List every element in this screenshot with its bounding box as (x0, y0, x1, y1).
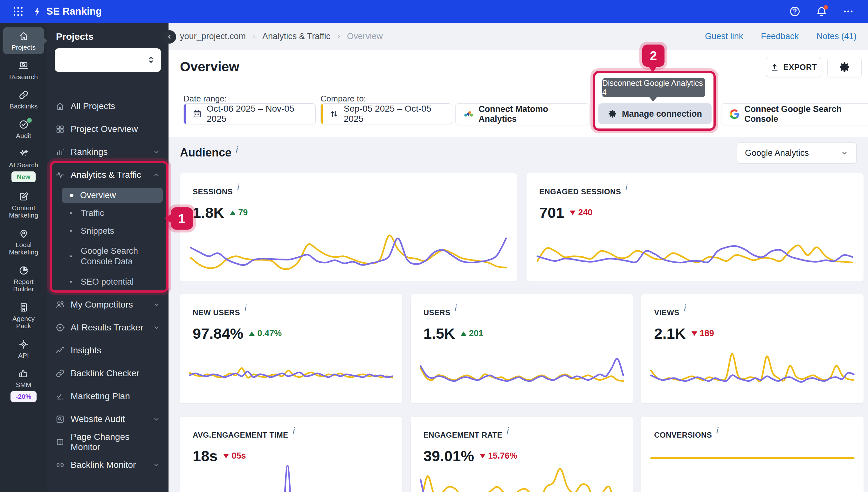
connect-gsc-button[interactable]: Connect Google Search Console (721, 103, 868, 125)
sidebar-item-my-competitors[interactable]: My Competitors (47, 293, 169, 316)
rail-item-smm[interactable]: SMM -20% (3, 365, 44, 405)
manage-connection-button[interactable]: Manage connection (598, 103, 712, 124)
notes-link[interactable]: Notes (41) (816, 31, 857, 41)
rail-label: AI Search (9, 161, 38, 169)
delta-triangle-icon (692, 331, 697, 336)
chevron-down-icon (153, 148, 160, 156)
chevron-down-icon (153, 301, 160, 309)
delta-triangle-icon (230, 211, 236, 215)
backlinks-icon (19, 90, 29, 100)
chevron-down-icon (153, 324, 160, 331)
rail-label: SMM (16, 381, 31, 389)
brand[interactable]: SE Ranking (32, 6, 102, 17)
se-ranking-app: SE Ranking Projects Research Backlinks A… (0, 0, 868, 492)
accent-bar (321, 104, 323, 124)
rail-item-audit[interactable]: Audit (3, 116, 44, 143)
notifications-bell-icon[interactable] (816, 6, 827, 17)
submenu-label: Google Search Console Data (81, 246, 163, 267)
export-button[interactable]: EXPORT (766, 57, 821, 77)
sidebar-item-analytics-traffic[interactable]: Analytics & Traffic (47, 164, 169, 187)
info-icon[interactable] (292, 426, 296, 435)
metric-label: ENGAGEMENT RATE (424, 426, 620, 440)
help-icon[interactable] (789, 6, 800, 17)
guest-link[interactable]: Guest link (705, 31, 743, 41)
sidebar-collapse-button[interactable] (163, 30, 176, 44)
info-icon[interactable] (506, 426, 510, 435)
rail-item-research[interactable]: Research (3, 57, 44, 84)
breadcrumb-project[interactable]: your_project.com (180, 31, 246, 41)
rail-item-ai-search[interactable]: AI Search New (3, 145, 44, 185)
sidebar-item-website-audit[interactable]: Website Audit (47, 408, 169, 430)
info-icon[interactable] (236, 183, 240, 191)
chain-icon (55, 460, 65, 470)
audience-title: Audience (180, 145, 239, 159)
delta-triangle-icon (480, 454, 486, 458)
project-selector[interactable] (55, 48, 161, 72)
metric-value: 701 (539, 204, 564, 221)
upload-icon (770, 63, 779, 72)
delta-triangle-icon (249, 331, 255, 336)
sidebar-item-all-projects[interactable]: All Projects (47, 95, 169, 118)
analytics-source-select[interactable]: Google Analytics (737, 143, 857, 164)
target-icon (55, 323, 65, 333)
ai-search-icon (19, 149, 29, 159)
metric-label: NEW USERS (193, 304, 389, 317)
info-icon[interactable] (716, 426, 719, 435)
connect-matomo-button[interactable]: Connect Matomo Analytics (455, 103, 589, 125)
rail-label: Backlinks (9, 102, 38, 110)
chevron-right-icon (335, 33, 342, 40)
submenu-item-gsc-data[interactable]: Google Search Console Data (47, 240, 169, 273)
breadcrumb-section[interactable]: Analytics & Traffic (262, 31, 330, 41)
sidebar-item-project-overview[interactable]: Project Overview (47, 118, 169, 141)
link-icon (55, 369, 65, 378)
settings-button[interactable] (827, 57, 862, 77)
bullet-icon (70, 230, 72, 232)
date-range-picker[interactable]: Oct-06 2025 – Nov-05 2025 (183, 103, 316, 124)
api-icon (19, 339, 29, 349)
metric-card-engaged-sessions: ENGAGED SESSIONS 701 240 (527, 173, 864, 281)
delta-triangle-icon (570, 211, 576, 215)
info-icon[interactable] (683, 304, 687, 312)
rail-item-content-marketing[interactable]: Content Marketing (3, 188, 44, 222)
apps-grid-icon[interactable] (13, 6, 24, 17)
info-icon[interactable] (625, 183, 628, 191)
submenu-item-overview[interactable]: Overview (62, 188, 163, 203)
sparkline-chart (649, 450, 856, 492)
info-icon[interactable] (454, 304, 458, 312)
rail-item-agency-pack[interactable]: Agency Pack (3, 299, 44, 333)
rail-item-backlinks[interactable]: Backlinks (3, 86, 44, 113)
info-icon[interactable] (244, 304, 247, 312)
rail-label: Research (9, 73, 38, 81)
audit-icon (19, 119, 29, 130)
filter-row: Date range: Oct-06 2025 – Nov-05 2025 Co… (169, 86, 868, 137)
sidebar-item-backlink-monitor[interactable]: Backlink Monitor (47, 453, 169, 476)
rail-item-projects[interactable]: Projects (3, 27, 44, 54)
more-menu-icon[interactable] (843, 6, 854, 17)
top-bar: SE Ranking (0, 0, 868, 23)
analytics-submenu: Overview Traffic Snippets Google Search … (47, 188, 169, 293)
tooltip-caret (649, 97, 657, 101)
icon-rail: Projects Research Backlinks Audit AI Sea… (0, 23, 47, 492)
sidebar-item-insights[interactable]: Insights (47, 339, 169, 362)
compare-picker[interactable]: Sep-05 2025 – Oct-05 2025 (321, 103, 452, 124)
local-marketing-icon (19, 228, 29, 239)
sidebar-item-marketing-plan[interactable]: Marketing Plan (47, 385, 169, 408)
metric-label: VIEWS (654, 304, 851, 317)
sidebar-item-page-changes-monitor[interactable]: Page Changes Monitor (47, 430, 169, 453)
gear-icon (608, 109, 617, 118)
rail-item-report-builder[interactable]: Report Builder (3, 262, 44, 296)
submenu-item-snippets[interactable]: Snippets (47, 222, 169, 240)
sidebar-item-ai-results-tracker[interactable]: AI Results Tracker (47, 316, 169, 339)
feedback-link[interactable]: Feedback (761, 31, 799, 41)
sidebar-item-rankings[interactable]: Rankings (47, 141, 169, 164)
rail-label: Audit (16, 132, 31, 140)
metric-delta: 240 (570, 208, 592, 218)
sidebar-item-backlink-checker[interactable]: Backlink Checker (47, 362, 169, 385)
rail-item-api[interactable]: API (3, 336, 44, 362)
metric-value: 2.1K (654, 325, 686, 342)
info-icon[interactable] (235, 145, 239, 153)
connect-matomo-label: Connect Matomo Analytics (479, 104, 581, 124)
submenu-item-seo-potential[interactable]: SEO potential (47, 273, 169, 291)
rail-item-local-marketing[interactable]: Local Marketing (3, 225, 44, 259)
submenu-item-traffic[interactable]: Traffic (47, 204, 169, 222)
